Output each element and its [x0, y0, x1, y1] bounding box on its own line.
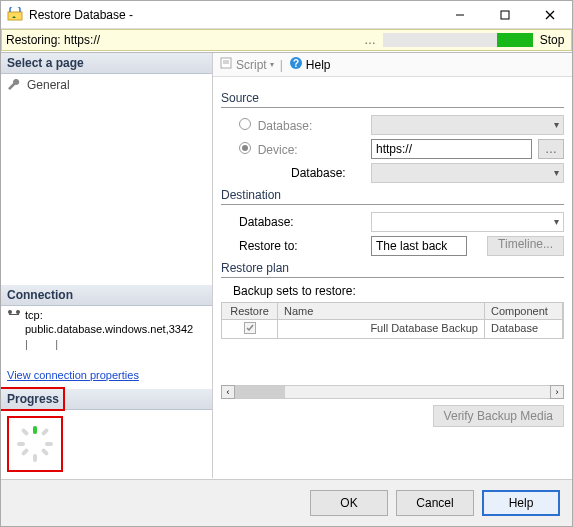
window-controls [437, 1, 572, 29]
connection-header: Connection [1, 285, 212, 306]
source-database-radio[interactable]: Database: [221, 118, 371, 133]
radio-icon [239, 118, 251, 130]
restore-plan-group: Restore plan [221, 261, 564, 275]
device-browse-button[interactable]: … [538, 139, 564, 159]
device-path-input[interactable] [371, 139, 532, 159]
left-pane: Select a page General Connection tcp: [1, 53, 213, 478]
minimize-button[interactable] [437, 1, 482, 29]
chevron-down-icon: ▾ [270, 60, 274, 69]
scroll-left-icon[interactable]: ‹ [221, 385, 235, 399]
radio-icon [239, 142, 251, 154]
svg-rect-0 [8, 12, 22, 20]
svg-point-5 [8, 310, 12, 314]
restoring-strip: Restoring: https:// … Stop [1, 29, 572, 51]
restoring-details-button[interactable]: … [361, 33, 379, 47]
progress-header: Progress [1, 389, 212, 410]
nav-item-label: General [27, 78, 70, 92]
right-pane: Script ▾ | ? Help Source Database: ▾ [213, 53, 572, 478]
chevron-down-icon: ▾ [554, 119, 559, 130]
svg-point-6 [16, 310, 20, 314]
svg-rect-13 [41, 448, 49, 456]
verify-backup-media-button[interactable]: Verify Backup Media [433, 405, 564, 427]
source-group: Source [221, 91, 564, 105]
col-name: Name [278, 303, 485, 319]
row-component: Database [485, 320, 563, 338]
checkbox-checked-icon [244, 322, 256, 334]
maximize-button[interactable] [482, 1, 527, 29]
chevron-down-icon: ▾ [554, 167, 559, 178]
svg-rect-16 [33, 426, 37, 434]
content-toolbar: Script ▾ | ? Help [213, 53, 572, 77]
svg-rect-14 [41, 428, 49, 436]
cancel-button[interactable]: Cancel [396, 490, 474, 516]
select-page-header: Select a page [1, 53, 212, 74]
source-device-radio[interactable]: Device: [221, 142, 371, 157]
wrench-icon [7, 78, 21, 92]
svg-rect-10 [17, 442, 25, 446]
timeline-button[interactable]: Timeline... [487, 236, 564, 256]
restoring-text: Restoring: https:// [6, 33, 357, 47]
source-database-sub-label: Database: [221, 166, 371, 180]
col-restore: Restore [222, 303, 278, 319]
chevron-down-icon: ▾ [554, 216, 559, 227]
main-area: Select a page General Connection tcp: [1, 52, 572, 478]
title-bar: Restore Database - [1, 1, 572, 29]
svg-text:?: ? [293, 58, 299, 69]
restore-to-label: Restore to: [221, 239, 371, 253]
destination-group: Destination [221, 188, 564, 202]
script-button[interactable]: Script ▾ [219, 56, 274, 73]
restoring-progress-bar [383, 33, 533, 47]
dialog-footer: OK Cancel Help [1, 479, 572, 526]
page-nav: General [1, 74, 212, 96]
stop-button[interactable]: Stop [537, 33, 567, 47]
source-database-combo: ▾ [371, 115, 564, 135]
svg-rect-15 [21, 448, 29, 456]
svg-rect-2 [501, 11, 509, 19]
help-button[interactable]: ? Help [289, 56, 331, 73]
help-icon: ? [289, 56, 303, 73]
dest-database-combo[interactable]: ▾ [371, 212, 564, 232]
progress-section [1, 410, 212, 478]
ok-button[interactable]: OK [310, 490, 388, 516]
progress-spinner-highlight [7, 416, 63, 472]
connection-section: tcp: public.database.windows.net,3342 | … [1, 306, 212, 389]
svg-rect-9 [33, 454, 37, 462]
source-database-sub-combo[interactable]: ▾ [371, 163, 564, 183]
svg-rect-7 [9, 314, 19, 315]
help-button[interactable]: Help [482, 490, 560, 516]
close-button[interactable] [527, 1, 572, 29]
view-connection-properties-link[interactable]: View connection properties [7, 368, 139, 383]
table-row[interactable]: Full Database Backup Database [221, 320, 564, 339]
content-area: Source Database: ▾ Device: … [213, 77, 572, 478]
connection-text: tcp: public.database.windows.net,3342 | … [25, 308, 193, 353]
backup-sets-table: Restore Name Component Full Database Bac… [221, 302, 564, 339]
restore-icon [7, 7, 23, 23]
svg-rect-11 [45, 442, 53, 446]
server-icon [7, 308, 21, 326]
script-icon [219, 56, 233, 73]
dest-database-label: Database: [221, 215, 371, 229]
table-horizontal-scrollbar[interactable]: ‹ › [221, 385, 564, 399]
progress-spinner-icon [15, 424, 55, 464]
svg-rect-12 [21, 428, 29, 436]
restore-checkbox-cell[interactable] [222, 320, 278, 338]
window-title: Restore Database - [29, 8, 437, 22]
row-name: Full Database Backup [278, 320, 485, 338]
table-header: Restore Name Component [221, 302, 564, 320]
scrollbar-thumb[interactable] [235, 386, 285, 398]
col-component: Component [485, 303, 563, 319]
scroll-right-icon[interactable]: › [550, 385, 564, 399]
nav-item-general[interactable]: General [1, 76, 212, 94]
backup-sets-label: Backup sets to restore: [221, 284, 564, 298]
restore-to-field [371, 236, 467, 256]
